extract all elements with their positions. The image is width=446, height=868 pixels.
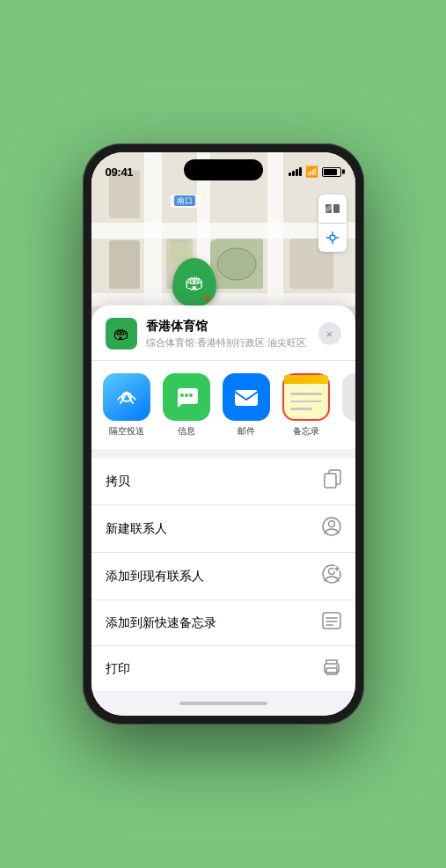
- map-type-button[interactable]: [318, 195, 347, 223]
- svg-rect-33: [235, 390, 258, 406]
- action-add-contact[interactable]: 添加到现有联系人: [91, 553, 355, 600]
- more-icon: [342, 373, 355, 421]
- location-info: 香港体育馆 综合体育馆·香港特别行政区 油尖旺区: [146, 319, 310, 349]
- action-list: 拷贝 新建联系人: [91, 458, 355, 691]
- svg-rect-35: [325, 474, 336, 488]
- phone-frame: 09:41 📶: [83, 143, 364, 725]
- airdrop-icon: [103, 373, 150, 421]
- svg-rect-5: [91, 293, 355, 306]
- svg-point-37: [328, 521, 334, 527]
- home-bar: [179, 702, 267, 705]
- home-indicator: [91, 691, 355, 716]
- mail-label: 邮件: [238, 425, 255, 438]
- battery-icon: [322, 167, 341, 177]
- action-print[interactable]: 打印: [91, 646, 355, 691]
- venue-icon: 🏟: [106, 318, 137, 349]
- venue-name: 香港体育馆: [146, 319, 310, 335]
- venue-address: 综合体育馆·香港特别行政区 油尖旺区: [146, 336, 310, 349]
- location-button[interactable]: [318, 224, 347, 252]
- mail-icon: [223, 373, 270, 421]
- svg-point-24: [330, 235, 335, 240]
- pin-dot: [205, 296, 209, 300]
- svg-point-32: [189, 394, 193, 397]
- map-north-label: 南口: [171, 195, 201, 208]
- share-mail[interactable]: 邮件: [220, 373, 273, 438]
- stadium-icon: 🏟: [185, 271, 204, 294]
- svg-point-15: [217, 248, 256, 280]
- add-contact-label: 添加到现有联系人: [106, 569, 204, 585]
- share-row: 隔空投送 信息: [91, 361, 355, 451]
- print-icon: [322, 658, 341, 680]
- add-contact-icon: [322, 564, 341, 588]
- status-icons: 📶: [289, 166, 341, 178]
- notes-label: 备忘录: [293, 425, 319, 438]
- action-new-contact[interactable]: 新建联系人: [91, 505, 355, 553]
- new-contact-icon: [322, 517, 341, 541]
- share-more[interactable]: 提: [340, 373, 355, 438]
- status-time: 09:41: [106, 166, 134, 179]
- signal-icon: [289, 167, 302, 176]
- quick-note-label: 添加到新快速备忘录: [106, 615, 216, 631]
- print-label: 打印: [106, 661, 130, 677]
- airdrop-label: 隔空投送: [109, 425, 144, 438]
- svg-rect-43: [323, 613, 340, 629]
- svg-rect-17: [109, 240, 140, 289]
- bottom-sheet: 🏟 香港体育馆 综合体育馆·香港特别行政区 油尖旺区 ×: [91, 305, 355, 716]
- copy-icon: [324, 469, 341, 493]
- location-header: 🏟 香港体育馆 综合体育馆·香港特别行政区 油尖旺区 ×: [91, 305, 355, 361]
- dynamic-island: [184, 159, 263, 180]
- svg-rect-22: [333, 204, 340, 213]
- share-notes[interactable]: 备忘录: [280, 373, 333, 438]
- action-quick-note[interactable]: 添加到新快速备忘录: [91, 600, 355, 646]
- copy-label: 拷贝: [106, 474, 130, 489]
- quick-note-icon: [322, 612, 341, 634]
- map-pin: 🏟: [172, 258, 216, 307]
- messages-label: 信息: [178, 425, 195, 438]
- svg-point-31: [185, 394, 188, 397]
- phone-screen: 09:41 📶: [91, 152, 355, 716]
- svg-rect-4: [91, 223, 355, 239]
- svg-rect-48: [326, 668, 337, 674]
- share-messages[interactable]: 信息: [160, 373, 213, 438]
- map-controls: [318, 195, 347, 252]
- new-contact-label: 新建联系人: [106, 521, 167, 537]
- messages-icon: [163, 373, 210, 421]
- action-copy[interactable]: 拷贝: [91, 458, 355, 505]
- svg-point-49: [336, 666, 338, 667]
- share-airdrop[interactable]: 隔空投送: [100, 373, 153, 438]
- wifi-icon: 📶: [305, 166, 318, 178]
- notes-icon: [282, 373, 330, 421]
- svg-point-30: [180, 394, 184, 397]
- close-button[interactable]: ×: [318, 322, 341, 345]
